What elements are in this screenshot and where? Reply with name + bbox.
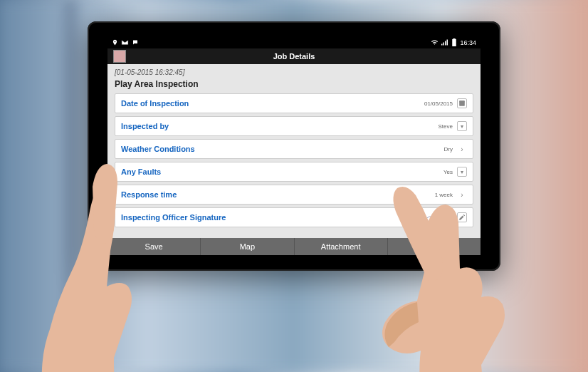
field-label: Inspected by (121, 122, 169, 130)
wifi-icon (431, 39, 439, 47)
pencil-icon[interactable] (457, 212, 467, 222)
field-label: Any Faults (121, 167, 161, 176)
bottom-toolbar: Save Map Attachment Submit (107, 238, 481, 255)
title-bar: Job Details (107, 48, 481, 64)
status-bar: 16:34 (107, 37, 481, 48)
field-date-of-inspection[interactable]: Date of Inspection 01/05/2015 (115, 93, 473, 113)
mail-icon (121, 39, 129, 47)
field-weather-conditions[interactable]: Weather Conditions Dry › (115, 139, 473, 159)
field-label: Inspecting Officer Signature (121, 213, 226, 222)
content-area: [01-05-2015 16:32:45] Play Area Inspecti… (107, 64, 481, 238)
app-icon[interactable] (113, 50, 126, 63)
chevron-right-icon[interactable]: › (457, 190, 467, 200)
submit-button[interactable]: Submit (388, 238, 481, 255)
attachment-button[interactable]: Attachment (295, 238, 388, 255)
location-icon (112, 39, 118, 47)
screen: 16:34 Job Details [01-05-2015 16:32:45] … (107, 37, 481, 255)
field-value: Steve (439, 123, 453, 130)
dropdown-icon[interactable]: ▾ (457, 167, 467, 177)
calendar-icon[interactable] (457, 98, 467, 108)
dropdown-icon[interactable]: ▾ (457, 121, 467, 131)
status-time: 16:34 (460, 39, 476, 46)
battery-icon (451, 38, 457, 48)
svg-rect-0 (460, 101, 465, 103)
field-any-faults[interactable]: Any Faults Yes ▾ (115, 162, 473, 182)
field-response-time[interactable]: Response time 1 week › (115, 185, 473, 205)
field-value: Dry (444, 146, 453, 153)
field-label: Weather Conditions (121, 145, 195, 153)
field-value: 01/05/2015 (424, 100, 453, 107)
signature-preview (424, 212, 453, 222)
field-label: Date of Inspection (121, 99, 189, 108)
field-value: Yes (443, 169, 453, 175)
field-signature[interactable]: Inspecting Officer Signature (115, 207, 473, 227)
message-icon (132, 39, 139, 47)
form-title: Play Area Inspection (115, 79, 473, 89)
save-button[interactable]: Save (107, 238, 201, 255)
map-button[interactable]: Map (201, 238, 294, 255)
page-title: Job Details (273, 52, 315, 61)
timestamp: [01-05-2015 16:32:45] (115, 68, 473, 76)
status-right: 16:34 (431, 38, 476, 48)
status-left (112, 39, 139, 47)
field-inspected-by[interactable]: Inspected by Steve ▾ (115, 116, 473, 136)
chevron-right-icon[interactable]: › (457, 144, 467, 154)
tablet-device: 16:34 Job Details [01-05-2015 16:32:45] … (88, 21, 500, 271)
field-value: 1 week (435, 192, 453, 198)
field-label: Response time (121, 190, 177, 199)
signal-icon (441, 39, 448, 47)
